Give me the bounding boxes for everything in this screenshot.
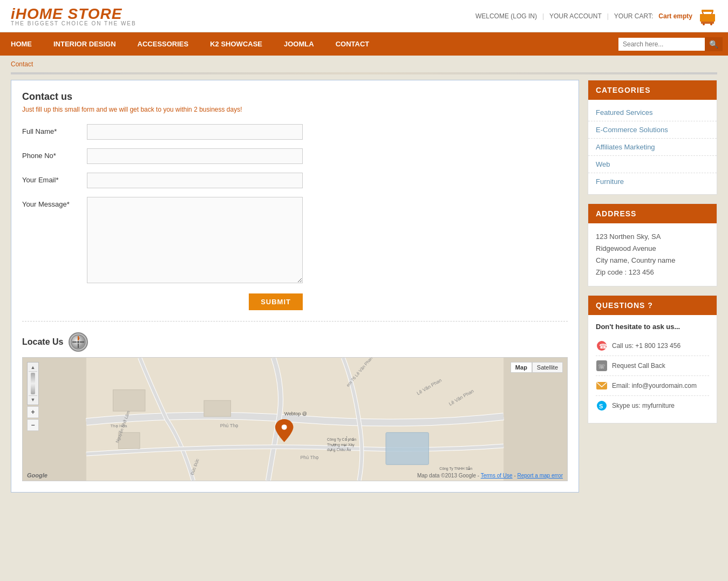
nav-interior[interactable]: INTERIOR DESIGN (43, 32, 127, 56)
form-row-fullname: Full Name* (22, 124, 568, 140)
svg-text:Thọ Hòa: Thọ Hòa (111, 423, 128, 428)
report-link[interactable]: Report a map error (518, 473, 563, 479)
svg-point-5 (703, 23, 705, 25)
questions-content: Don't hesitate to ask us... ☎ Call us: +… (588, 315, 717, 423)
fullname-input[interactable] (87, 124, 303, 140)
category-item-0[interactable]: Featured Services (588, 104, 717, 121)
zoom-minus-button[interactable]: − (27, 419, 39, 431)
map-svg: Lê Văn Phan Lê Văn Phan Phú Thọ Phú Thọ … (23, 358, 567, 481)
nav-contact[interactable]: CONTACT (325, 32, 380, 56)
zoom-up-icon[interactable]: ▲ (29, 364, 37, 372)
address-line-2: City name, Country name (596, 255, 709, 266)
svg-point-6 (710, 23, 712, 25)
locate-title: Locate Us N (22, 332, 568, 352)
nav-accessories[interactable]: ACCESSORIES (127, 32, 200, 56)
svg-rect-1 (700, 14, 715, 22)
svg-text:dựng Châu Âu: dựng Châu Âu (327, 447, 351, 452)
label-message: Your Message* (22, 197, 87, 208)
submit-row: SUBMIT (22, 293, 568, 310)
input-message-wrapper (87, 197, 568, 285)
svg-text:Công Ty Cổ phần: Công Ty Cổ phần (327, 436, 356, 442)
svg-text:Phú Thọ: Phú Thọ (220, 423, 239, 428)
form-row-message: Your Message* (22, 197, 568, 285)
svg-rect-4 (702, 10, 713, 12)
contact-title: Contact us (22, 91, 568, 102)
nav-joomla[interactable]: JOOMLA (273, 32, 325, 56)
contact-subtitle: Just fill up this small form and we will… (22, 106, 568, 113)
category-item-3[interactable]: Web (588, 156, 717, 173)
svg-rect-16 (204, 400, 231, 416)
input-fullname-wrapper (87, 124, 568, 140)
zoom-plus-button[interactable]: + (27, 406, 39, 418)
search-input[interactable] (618, 38, 705, 51)
svg-text:Thương mại Xây: Thương mại Xây (327, 443, 355, 447)
categories-header: CATEGORIES (588, 80, 717, 100)
phone-icon: ☎ (596, 340, 608, 352)
category-item-1[interactable]: E-Commerce Solutions (588, 121, 717, 139)
compass-icon: N (69, 332, 88, 352)
welcome-link[interactable]: WELCOME (LOG IN) (475, 12, 537, 20)
svg-text:Công Ty TNHH Sản: Công Ty TNHH Sản (439, 466, 472, 471)
cart-label: YOUR CART: (614, 12, 653, 20)
category-item-4[interactable]: Furniture (588, 173, 717, 190)
questions-header: QUESTIONS ? (588, 296, 717, 315)
breadcrumb-link[interactable]: Contact (11, 60, 33, 68)
questions-intro: Don't hesitate to ask us... (596, 323, 709, 331)
input-phone-wrapper (87, 148, 568, 164)
email-icon (596, 380, 608, 392)
callback-text: Request Call Back (612, 362, 665, 370)
category-item-2[interactable]: Affiliates Marketing (588, 139, 717, 156)
categories-list: Featured Services E-Commerce Solutions A… (588, 100, 717, 194)
search-icon: 🔍 (709, 40, 718, 49)
address-header: ADDRESS (588, 204, 717, 223)
nav-k2[interactable]: K2 SHOWCASE (199, 32, 273, 56)
map-footer: Map data ©2013 Google - Terms of Use - R… (417, 473, 563, 479)
zoom-down-icon[interactable]: ▼ (29, 395, 37, 404)
form-row-email: Your Email* (22, 173, 568, 188)
map-type-buttons: Map Satellite (511, 362, 563, 373)
svg-text:S: S (599, 403, 603, 409)
address-line-3: Zip code : 123 456 (596, 266, 709, 278)
sep1: | (542, 12, 544, 20)
account-link[interactable]: YOUR ACCOUNT (549, 12, 602, 20)
label-fullname: Full Name* (22, 124, 87, 135)
terms-link[interactable]: Terms of Use (481, 473, 513, 479)
form-row-phone: Phone No* (22, 148, 568, 164)
google-logo: Google (27, 472, 47, 479)
page-header: iHOME STORE THE BIGGEST CHOICE ON THE WE… (0, 0, 728, 32)
call-us-text: Call us: +1 800 123 456 (612, 342, 681, 350)
sep2: | (607, 12, 609, 20)
breadcrumb: Contact (0, 56, 728, 72)
submit-button[interactable]: SUBMIT (249, 293, 303, 310)
sidebar: CATEGORIES Featured Services E-Commerce … (588, 80, 717, 493)
svg-text:Phú Thọ: Phú Thọ (300, 455, 319, 460)
header-right: WELCOME (LOG IN) | YOUR ACCOUNT | YOUR C… (475, 6, 717, 26)
satellite-view-button[interactable]: Satellite (532, 362, 563, 373)
cart-status: Cart empty (658, 12, 692, 20)
questions-item-1: ☏ Request Call Back (596, 356, 709, 376)
email-text: Email: info@yourdomain.com (612, 382, 697, 389)
search-button[interactable]: 🔍 (705, 37, 723, 51)
zoom-track (31, 373, 35, 394)
skype-icon: S (596, 400, 608, 412)
logo: iHOME STORE THE BIGGEST CHOICE ON THE WE… (11, 5, 137, 26)
svg-text:Webtop @: Webtop @ (284, 411, 307, 416)
nav-search-container: 🔍 (613, 33, 728, 56)
nav-home[interactable]: HOME (0, 32, 43, 56)
questions-item-2: Email: info@yourdomain.com (596, 376, 709, 396)
logo-name: HOME STORE (16, 5, 123, 22)
address-content: 123 Northen Sky, SA Ridgewood Avenue Cit… (588, 223, 717, 286)
contact-main: Contact us Just fill up this small form … (11, 80, 579, 493)
categories-section: CATEGORIES Featured Services E-Commerce … (588, 80, 717, 195)
svg-point-8 (77, 341, 79, 343)
nav-bar: HOME INTERIOR DESIGN ACCESSORIES K2 SHOW… (0, 32, 728, 56)
locate-title-text: Locate Us (22, 337, 63, 347)
map-view-button[interactable]: Map (511, 362, 532, 373)
email-input[interactable] (87, 173, 303, 188)
message-textarea[interactable] (87, 197, 303, 283)
label-email: Your Email* (22, 173, 87, 184)
map-container: Lê Văn Phan Lê Văn Phan Phú Thọ Phú Thọ … (22, 357, 568, 481)
map-data-text: Map data ©2013 Google - (417, 473, 481, 479)
logo-subtitle: THE BIGGEST CHOICE ON THE WEB (11, 20, 137, 26)
phone-input[interactable] (87, 148, 303, 164)
